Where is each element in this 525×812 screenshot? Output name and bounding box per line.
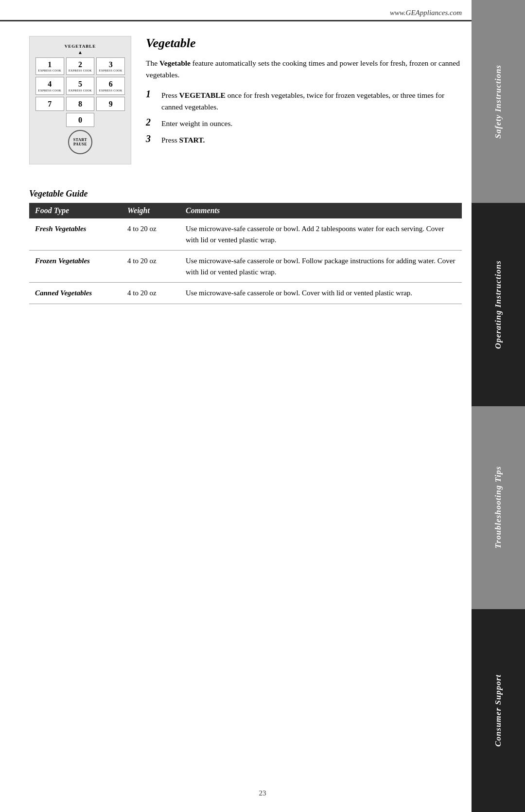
page-number: 23 [259,789,266,797]
table-row: Canned Vegetables 4 to 20 oz Use microwa… [29,283,462,304]
comments-fresh: Use microwave-safe casserole or bowl. Ad… [180,218,462,251]
step-3-text: Press START. [161,134,205,146]
step-1-text: Press VEGETABLE once for fresh vegetable… [161,90,462,113]
key-4: 4 EXPRESS COOK [35,77,64,94]
step-3-number: 3 [146,133,157,144]
intro-bold: Vegetable [159,59,191,67]
start-label: START [73,138,87,142]
url-text: www.GEAppliances.com [390,9,462,17]
section-title: Vegetable [146,36,462,51]
key-7: 7 [35,97,64,111]
start-pause-button: START PAUSE [68,130,92,154]
table-row: Frozen Vegetables 4 to 20 oz Use microwa… [29,251,462,283]
key-9: 9 [96,97,125,111]
table-row: Fresh Vegetables 4 to 20 oz Use microwav… [29,218,462,251]
steps-list: 1 Press VEGETABLE once for fresh vegetab… [146,90,462,146]
pause-label: PAUSE [73,142,87,146]
step-2: 2 Enter weight in ounces. [146,118,462,129]
intro-text-post: feature automatically sets the cooking t… [146,59,460,79]
url-bar: www.GEAppliances.com [0,0,525,21]
sidebar-safety: Safety Instructions [472,0,525,203]
key-1: 1 EXPRESS COOK [35,57,64,75]
sidebar-consumer: Consumer Support [472,609,525,812]
weight-canned: 4 to 20 oz [122,283,180,304]
key-5: 5 EXPRESS COOK [66,77,95,94]
weight-frozen: 4 to 20 oz [122,251,180,283]
col-header-food-type: Food Type [29,203,122,218]
keypad-diagram: VEGETABLE ▲ 1 EXPRESS COOK 2 EXPRESS COO… [29,36,131,164]
step-3: 3 Press START. [146,134,462,146]
food-type-frozen: Frozen Vegetables [29,251,122,283]
key-3: 3 EXPRESS COOK [96,57,125,75]
food-type-fresh: Fresh Vegetables [29,218,122,251]
key-2: 2 EXPRESS COOK [66,57,95,75]
sidebar-troubleshooting-label: Troubleshooting Tips [493,466,503,548]
table-header-row: Food Type Weight Comments [29,203,462,218]
sidebar-consumer-label: Consumer Support [493,674,503,747]
key-8: 8 [66,97,95,111]
guide-section: Vegetable Guide Food Type Weight Comment… [0,174,525,304]
sidebar-operating: Operating Instructions [472,203,525,406]
keypad-grid: 1 EXPRESS COOK 2 EXPRESS COOK 3 EXPRESS … [35,57,125,127]
col-header-comments: Comments [180,203,462,218]
key-0: 0 [66,113,95,127]
food-type-canned: Canned Vegetables [29,283,122,304]
main-content: VEGETABLE ▲ 1 EXPRESS COOK 2 EXPRESS COO… [0,21,525,164]
step-2-number: 2 [146,117,157,128]
start-pause-row: START PAUSE [35,127,125,154]
sidebar-operating-label: Operating Instructions [493,260,503,349]
keypad-vegetable-label: VEGETABLE [35,44,125,49]
step-1: 1 Press VEGETABLE once for fresh vegetab… [146,90,462,113]
right-content: Vegetable The Vegetable feature automati… [146,36,462,164]
step-1-number: 1 [146,89,157,100]
step-2-text: Enter weight in ounces. [161,118,232,129]
sidebar-troubleshooting: Troubleshooting Tips [472,406,525,609]
key-6: 6 EXPRESS COOK [96,77,125,94]
weight-fresh: 4 to 20 oz [122,218,180,251]
guide-table: Food Type Weight Comments Fresh Vegetabl… [29,203,462,304]
comments-canned: Use microwave-safe casserole or bowl. Co… [180,283,462,304]
sidebar-safety-label: Safety Instructions [493,65,503,139]
col-header-weight: Weight [122,203,180,218]
keypad-arrow: ▲ [35,50,125,55]
intro-text-pre: The [146,59,159,67]
intro-paragraph: The Vegetable feature automatically sets… [146,57,462,81]
guide-title: Vegetable Guide [29,189,462,199]
comments-frozen: Use microwave-safe casserole or bowl. Fo… [180,251,462,283]
right-sidebar: Safety Instructions Operating Instructio… [472,0,525,812]
